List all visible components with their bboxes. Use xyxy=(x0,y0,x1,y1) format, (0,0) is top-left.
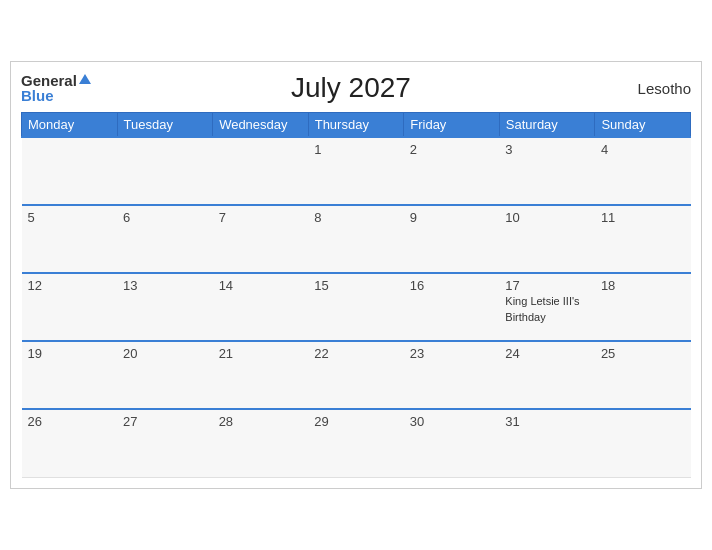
day-number: 7 xyxy=(219,210,303,225)
calendar-day-cell xyxy=(213,137,309,205)
logo-triangle-icon xyxy=(79,74,91,84)
calendar-header: General Blue July 2027 Lesotho xyxy=(21,72,691,104)
calendar-day-cell: 5 xyxy=(22,205,118,273)
calendar-week-row: 567891011 xyxy=(22,205,691,273)
day-number: 3 xyxy=(505,142,589,157)
calendar-day-cell: 9 xyxy=(404,205,500,273)
calendar-week-row: 1234 xyxy=(22,137,691,205)
day-number: 21 xyxy=(219,346,303,361)
calendar-day-cell: 10 xyxy=(499,205,595,273)
calendar-title: July 2027 xyxy=(91,72,611,104)
calendar-day-cell xyxy=(595,409,691,477)
day-number: 15 xyxy=(314,278,398,293)
day-number: 14 xyxy=(219,278,303,293)
day-number: 11 xyxy=(601,210,685,225)
day-number: 10 xyxy=(505,210,589,225)
calendar-week-row: 121314151617King Letsie III's Birthday18 xyxy=(22,273,691,341)
calendar-day-cell: 11 xyxy=(595,205,691,273)
calendar-container: General Blue July 2027 Lesotho Monday Tu… xyxy=(10,61,702,489)
calendar-day-cell xyxy=(22,137,118,205)
calendar-day-cell: 31 xyxy=(499,409,595,477)
calendar-day-cell: 22 xyxy=(308,341,404,409)
calendar-day-cell: 27 xyxy=(117,409,213,477)
day-number: 9 xyxy=(410,210,494,225)
day-event: King Letsie III's Birthday xyxy=(505,295,579,322)
day-number: 18 xyxy=(601,278,685,293)
calendar-day-cell: 18 xyxy=(595,273,691,341)
day-number: 8 xyxy=(314,210,398,225)
header-thursday: Thursday xyxy=(308,113,404,138)
calendar-day-cell: 30 xyxy=(404,409,500,477)
calendar-day-cell: 8 xyxy=(308,205,404,273)
day-number: 5 xyxy=(28,210,112,225)
calendar-day-cell: 19 xyxy=(22,341,118,409)
calendar-day-cell: 20 xyxy=(117,341,213,409)
calendar-day-cell: 28 xyxy=(213,409,309,477)
calendar-day-cell: 23 xyxy=(404,341,500,409)
calendar-day-cell: 29 xyxy=(308,409,404,477)
calendar-day-cell: 24 xyxy=(499,341,595,409)
calendar-week-row: 19202122232425 xyxy=(22,341,691,409)
day-number: 16 xyxy=(410,278,494,293)
day-number: 4 xyxy=(601,142,685,157)
day-number: 6 xyxy=(123,210,207,225)
calendar-day-cell: 2 xyxy=(404,137,500,205)
calendar-day-cell: 4 xyxy=(595,137,691,205)
calendar-day-cell: 26 xyxy=(22,409,118,477)
calendar-day-cell: 21 xyxy=(213,341,309,409)
day-number: 2 xyxy=(410,142,494,157)
calendar-day-cell: 15 xyxy=(308,273,404,341)
logo-blue-text: Blue xyxy=(21,87,54,104)
day-number: 22 xyxy=(314,346,398,361)
header-friday: Friday xyxy=(404,113,500,138)
day-number: 25 xyxy=(601,346,685,361)
logo: General Blue xyxy=(21,73,91,104)
header-monday: Monday xyxy=(22,113,118,138)
calendar-country: Lesotho xyxy=(611,80,691,97)
header-wednesday: Wednesday xyxy=(213,113,309,138)
calendar-day-cell: 25 xyxy=(595,341,691,409)
day-number: 30 xyxy=(410,414,494,429)
day-number: 24 xyxy=(505,346,589,361)
header-sunday: Sunday xyxy=(595,113,691,138)
calendar-day-cell: 14 xyxy=(213,273,309,341)
day-number: 17 xyxy=(505,278,589,293)
day-number: 1 xyxy=(314,142,398,157)
day-number: 19 xyxy=(28,346,112,361)
calendar-day-cell: 7 xyxy=(213,205,309,273)
calendar-day-cell: 13 xyxy=(117,273,213,341)
day-number: 20 xyxy=(123,346,207,361)
calendar-day-cell: 3 xyxy=(499,137,595,205)
day-number: 23 xyxy=(410,346,494,361)
calendar-day-cell: 17King Letsie III's Birthday xyxy=(499,273,595,341)
calendar-day-cell: 1 xyxy=(308,137,404,205)
calendar-week-row: 262728293031 xyxy=(22,409,691,477)
calendar-day-cell: 16 xyxy=(404,273,500,341)
day-number: 27 xyxy=(123,414,207,429)
weekday-header-row: Monday Tuesday Wednesday Thursday Friday… xyxy=(22,113,691,138)
day-number: 12 xyxy=(28,278,112,293)
day-number: 29 xyxy=(314,414,398,429)
header-tuesday: Tuesday xyxy=(117,113,213,138)
calendar-day-cell: 6 xyxy=(117,205,213,273)
day-number: 28 xyxy=(219,414,303,429)
calendar-day-cell: 12 xyxy=(22,273,118,341)
day-number: 13 xyxy=(123,278,207,293)
day-number: 31 xyxy=(505,414,589,429)
calendar-day-cell xyxy=(117,137,213,205)
day-number: 26 xyxy=(28,414,112,429)
calendar-table: Monday Tuesday Wednesday Thursday Friday… xyxy=(21,112,691,478)
logo-general-text: General xyxy=(21,73,77,88)
header-saturday: Saturday xyxy=(499,113,595,138)
